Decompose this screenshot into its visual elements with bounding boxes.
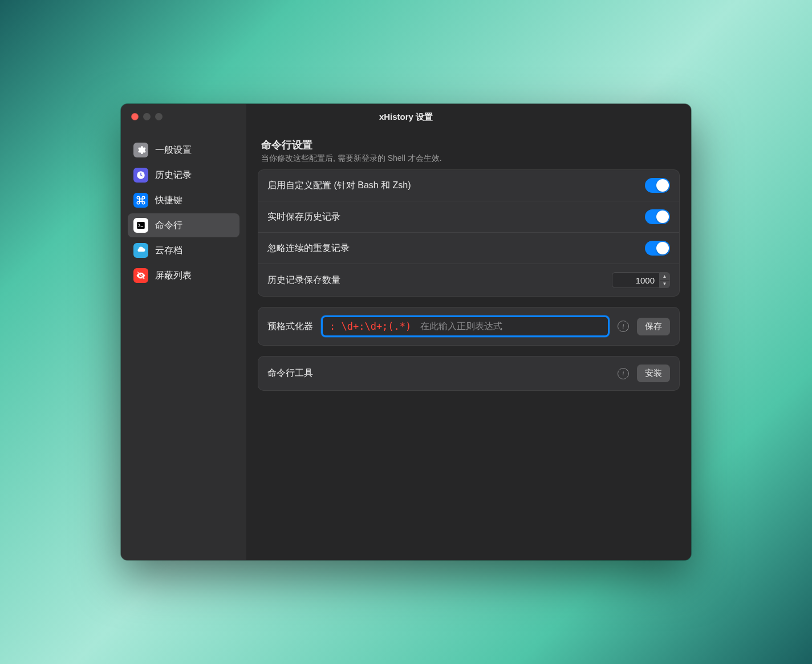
row-cli-tool: 命令行工具 i 安装 (258, 357, 679, 390)
row-preformatter: 预格式化器 : \d+:\d+;(.*) 在此输入正则表达式 i 保存 (258, 307, 679, 345)
save-button[interactable]: 保存 (637, 318, 670, 335)
realtime-save-toggle[interactable] (645, 209, 670, 224)
row-enable-custom: 启用自定义配置 (针对 Bash 和 Zsh) (258, 170, 679, 201)
svg-rect-1 (137, 222, 145, 229)
enable-custom-label: 启用自定义配置 (针对 Bash 和 Zsh) (267, 180, 411, 192)
sidebar-item-label: 一般设置 (155, 144, 192, 156)
sidebar-item-label: 云存档 (155, 245, 182, 257)
command-icon (133, 193, 148, 208)
settings-panel-main: 启用自定义配置 (针对 Bash 和 Zsh) 实时保存历史记录 忽略连续的重复… (258, 169, 680, 297)
preformatter-regex-value: : \d+:\d+;(.*) (330, 321, 411, 332)
minimize-button[interactable] (143, 113, 151, 120)
sidebar-item-general[interactable]: 一般设置 (128, 138, 239, 162)
settings-window: xHistory 设置 一般设置 历史记录 快捷键 命令行 (121, 104, 691, 560)
sidebar-item-label: 屏蔽列表 (155, 270, 192, 282)
sidebar-item-cloud[interactable]: 云存档 (128, 238, 239, 262)
sidebar-item-label: 快捷键 (155, 195, 182, 207)
history-count-stepper: ▲ ▼ (612, 272, 670, 288)
cloud-icon (133, 243, 148, 258)
info-icon[interactable]: i (618, 368, 629, 379)
row-realtime-save: 实时保存历史记录 (258, 201, 679, 233)
info-icon[interactable]: i (618, 321, 629, 332)
sidebar-item-shortcuts[interactable]: 快捷键 (128, 188, 239, 212)
sidebar-item-commandline[interactable]: 命令行 (128, 213, 239, 237)
ignore-duplicates-toggle[interactable] (645, 241, 670, 256)
row-ignore-duplicates: 忽略连续的重复记录 (258, 233, 679, 264)
stepper-up-icon[interactable]: ▲ (660, 273, 669, 281)
sidebar: 一般设置 历史记录 快捷键 命令行 云存档 (121, 104, 246, 560)
window-title: xHistory 设置 (379, 112, 433, 123)
section-title: 命令行设置 (261, 138, 676, 152)
close-button[interactable] (131, 113, 139, 120)
settings-panel-cli-tool: 命令行工具 i 安装 (258, 356, 680, 391)
traffic-lights (131, 113, 163, 120)
install-button[interactable]: 安装 (637, 365, 670, 382)
row-history-count: 历史记录保存数量 ▲ ▼ (258, 264, 679, 296)
enable-custom-toggle[interactable] (645, 178, 670, 193)
eye-slash-icon (133, 268, 148, 283)
history-count-label: 历史记录保存数量 (267, 274, 340, 286)
terminal-icon (133, 218, 148, 233)
gear-icon (133, 143, 148, 157)
sidebar-item-blocklist[interactable]: 屏蔽列表 (128, 264, 239, 288)
section-subtitle: 当你修改这些配置后, 需要新登录的 Shell 才会生效. (261, 153, 676, 164)
titlebar: xHistory 设置 (121, 104, 691, 130)
stepper-down-icon[interactable]: ▼ (660, 281, 669, 288)
realtime-save-label: 实时保存历史记录 (267, 211, 340, 223)
preformatter-input[interactable]: : \d+:\d+;(.*) 在此输入正则表达式 (321, 315, 610, 337)
clock-icon (133, 168, 148, 183)
settings-panel-preformatter: 预格式化器 : \d+:\d+;(.*) 在此输入正则表达式 i 保存 (258, 307, 680, 346)
maximize-button[interactable] (155, 113, 163, 120)
stepper-buttons: ▲ ▼ (660, 272, 670, 288)
sidebar-item-label: 命令行 (155, 220, 182, 232)
section-header: 命令行设置 当你修改这些配置后, 需要新登录的 Shell 才会生效. (258, 138, 680, 169)
preformatter-label: 预格式化器 (267, 321, 313, 333)
ignore-duplicates-label: 忽略连续的重复记录 (267, 242, 350, 254)
sidebar-item-label: 历史记录 (155, 169, 192, 181)
content-area: 命令行设置 当你修改这些配置后, 需要新登录的 Shell 才会生效. 启用自定… (246, 104, 691, 560)
preformatter-placeholder: 在此输入正则表达式 (420, 321, 502, 333)
history-count-input[interactable] (612, 272, 660, 288)
sidebar-item-history[interactable]: 历史记录 (128, 163, 239, 187)
cli-tool-label: 命令行工具 (267, 367, 610, 379)
